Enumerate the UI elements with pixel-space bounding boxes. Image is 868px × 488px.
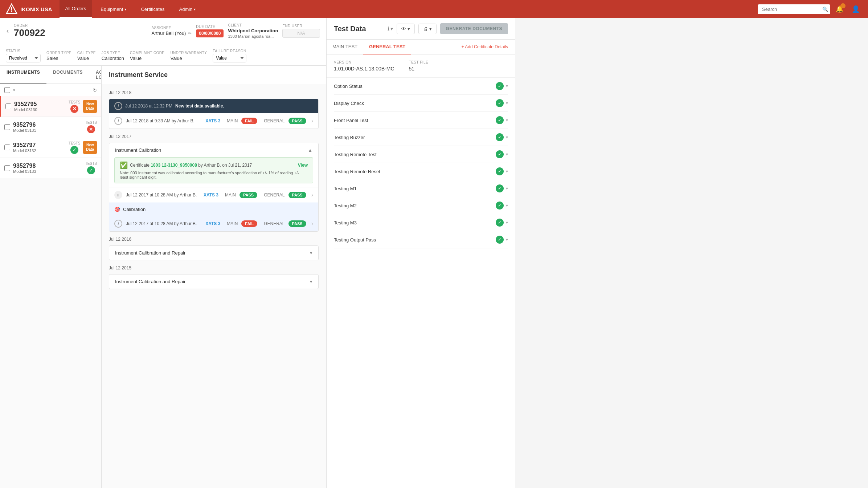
calibration-collapsible-header[interactable]: Instrument Calibration ▲ (109, 143, 318, 157)
collapsible-header-2016[interactable]: Instrument Calibration and Repair ▾ (109, 246, 318, 260)
test-row[interactable]: i Jul 12 2018 at 9:33 AM by Arthur B. XA… (109, 113, 318, 129)
test-item-name: Front Panel Test (334, 118, 496, 123)
instrument-model: Model 03133 (13, 169, 82, 174)
instrument-checkbox[interactable] (5, 103, 11, 109)
test-time: Jul 12 2017 at 10:28 AM by Arthur B. (126, 192, 200, 198)
test-record-2018: i Jul 12 2018 at 12:32 PM New test data … (109, 99, 319, 129)
add-certificate-link[interactable]: + Add Certificate Details (454, 40, 515, 54)
status-select[interactable]: Received In Progress Complete (6, 54, 41, 62)
instrument-info: 9352796 Model 03131 (13, 122, 82, 133)
version-item: VERSION 1.01.00D-AS,1.13.00B-MC (334, 60, 394, 72)
test-item-row[interactable]: Testing M2 ✓ ▾ (334, 197, 508, 214)
test-item-row[interactable]: Testing Remote Test ✓ ▾ (334, 146, 508, 163)
refresh-button[interactable]: ↻ (93, 88, 97, 93)
order-info: ORDER 700922 (14, 24, 147, 38)
instrument-status: TESTS ✕ (69, 100, 80, 113)
info-button[interactable]: ℹ ▾ (388, 26, 393, 32)
test-time: Jul 12 2017 at 10:28 AM by Arthur B. (126, 221, 202, 226)
content-area: ‹ ORDER 700922 ASSIGNEE Arthur Bell (You… (0, 18, 868, 488)
section-2015-title: Instrument Calibration and Repair (115, 279, 185, 284)
search-input[interactable] (762, 7, 820, 12)
test-item-row[interactable]: Testing M1 ✓ ▾ (334, 180, 508, 197)
pass-check-icon: ✓ (496, 82, 504, 90)
chevron-right-icon: › (311, 220, 313, 227)
general-label: GENERAL (264, 192, 284, 198)
instrument-status: TESTS ✕ (85, 121, 97, 133)
pass-check-icon: ✓ (496, 133, 504, 141)
view-link[interactable]: View (298, 163, 308, 168)
chevron-down-icon: ▾ (429, 26, 432, 32)
test-item-row[interactable]: Testing M3 ✓ ▾ (334, 214, 508, 231)
nav-equipment[interactable]: Equipment ▾ (95, 0, 132, 18)
cert-text: Certificate 1803 12-3130_9350008 by Arth… (130, 163, 252, 168)
instrument-model: Model 03130 (14, 107, 66, 112)
failure-reason-select[interactable]: Value (213, 54, 246, 62)
generate-documents-button[interactable]: GENERATE DOCUMENTS (440, 23, 508, 34)
new-data-button[interactable]: NewData (83, 141, 97, 154)
pass-check-icon: ✓ (496, 99, 504, 107)
under-warranty-value: Value (170, 56, 207, 61)
chevron-down-icon: ▾ (506, 101, 508, 106)
under-warranty-label: UNDER WARRANTY (170, 51, 207, 55)
instrument-model: Model 03131 (13, 128, 82, 133)
instruments-panel: INSTRUMENTS DOCUMENTS ACTIVITY LOG ▾ ↻ (0, 66, 102, 488)
test-item-row[interactable]: Testing Output Pass ✓ ▾ (334, 231, 508, 248)
tab-instruments[interactable]: INSTRUMENTS (0, 66, 46, 84)
nav-certificates[interactable]: Certificates (135, 0, 170, 18)
instrument-row[interactable]: 9352796 Model 03131 TESTS ✕ (0, 117, 101, 137)
page-wrapper: IKONIX USA All Orders Equipment ▾ Certif… (0, 0, 868, 488)
instrument-checkbox[interactable] (4, 124, 10, 130)
due-date-section: DUE DATE 00/00/0000 (196, 25, 224, 37)
tab-general-test[interactable]: GENERAL TEST (363, 40, 411, 54)
main-status: FAIL (241, 118, 257, 124)
test-item-row[interactable]: Option Status ✓ ▾ (334, 78, 508, 95)
chevron-down-icon: ▾ (506, 169, 508, 174)
order-header-top: ‹ ORDER 700922 ASSIGNEE Arthur Bell (You… (6, 23, 320, 38)
chevron-down-icon: ▾ (310, 279, 312, 284)
tab-activity-log[interactable]: ACTIVITY LOG (89, 66, 102, 84)
instrument-checkbox[interactable] (4, 165, 10, 171)
calibration-sub-header: 🎯 Calibration (109, 203, 318, 216)
calibration-sub-section: 🎯 Calibration i Jul 12 2017 at 10:28 AM … (109, 203, 318, 231)
complaint-code-section: COMPLAINT CODE Value (130, 51, 164, 61)
select-all-checkbox[interactable] (4, 87, 10, 93)
status-row: STATUS Received In Progress Complete ORD… (0, 46, 326, 66)
xats-badge: XATS 3 (205, 221, 220, 226)
test-item-row[interactable]: Front Panel Test ✓ ▾ (334, 112, 508, 129)
test-row-2017-2[interactable]: i Jul 12 2017 at 10:28 AM by Arthur B. X… (109, 216, 318, 231)
nav-all-orders[interactable]: All Orders (60, 0, 92, 18)
test-item-row[interactable]: Display Check ✓ ▾ (334, 95, 508, 112)
test-row-2017-1[interactable]: ⏸ Jul 12 2017 at 10:28 AM by Arthur B. X… (109, 187, 318, 203)
tab-documents[interactable]: DOCUMENTS (46, 66, 89, 84)
pass-check-icon: ✓ (496, 184, 504, 192)
collapsible-header-2015[interactable]: Instrument Calibration and Repair ▾ (109, 274, 318, 289)
instrument-status: TESTS ✓ (69, 141, 80, 154)
test-item-row[interactable]: Testing Buzzer ✓ ▾ (334, 129, 508, 146)
instrument-id: 9352796 (13, 122, 82, 128)
edit-icon[interactable]: ✏ (188, 31, 192, 36)
test-items-list: Option Status ✓ ▾ Display Check ✓ ▾ Fron… (327, 78, 515, 488)
navbar: IKONIX USA All Orders Equipment ▾ Certif… (0, 0, 868, 18)
test-item-name: Testing Remote Reset (334, 169, 496, 174)
print-button[interactable]: 🖨 ▾ (418, 24, 437, 34)
eye-button[interactable]: 👁 ▾ (397, 24, 415, 34)
banner-time: Jul 12 2018 at 12:32 PM (125, 103, 172, 109)
instrument-row[interactable]: 9352798 Model 03133 TESTS ✓ (0, 158, 101, 178)
new-data-button[interactable]: NewData (83, 100, 97, 113)
back-button[interactable]: ‹ (6, 27, 9, 36)
instrument-row[interactable]: 9352795 Model 03130 TESTS ✕ NewData (0, 96, 101, 117)
order-type-section: ORDER TYPE Sales (46, 51, 71, 61)
test-item-row[interactable]: Testing Remote Reset ✓ ▾ (334, 163, 508, 180)
user-menu-button[interactable]: 👤 (849, 3, 862, 16)
notifications-button[interactable]: 🔔 (833, 3, 846, 16)
status-section: STATUS Received In Progress Complete (6, 49, 41, 62)
search-icon: 🔍 (822, 7, 828, 12)
pass-icon: ✓ (70, 146, 78, 154)
test-item-name: Testing M3 (334, 220, 496, 225)
nav-admin[interactable]: Admin ▾ (173, 0, 202, 18)
instrument-row[interactable]: 9352797 Model 03132 TESTS ✓ NewData (0, 137, 101, 158)
version-row: VERSION 1.01.00D-AS,1.13.00B-MC TEST FIL… (327, 54, 515, 78)
tab-main-test[interactable]: MAIN TEST (327, 40, 363, 54)
complaint-code-label: COMPLAINT CODE (130, 51, 164, 55)
instrument-checkbox[interactable] (4, 145, 10, 150)
